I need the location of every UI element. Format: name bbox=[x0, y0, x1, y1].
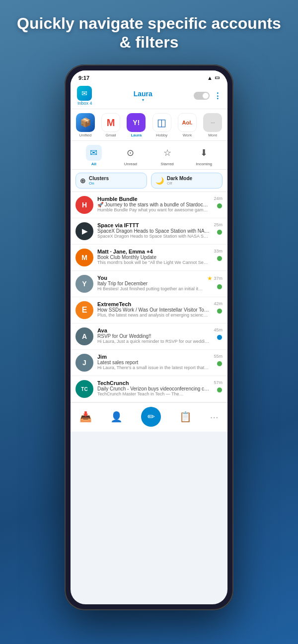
laura-icon: Y! bbox=[127, 113, 146, 132]
clusters-button[interactable]: ⊕ Clusters On bbox=[75, 173, 147, 189]
avatar-techcrunch: TC bbox=[75, 380, 93, 398]
filter-starred[interactable]: ☆ Starred bbox=[159, 145, 175, 166]
subject-matt-group: Book Club Monthly Update bbox=[97, 255, 210, 260]
tab-more-label: More bbox=[208, 133, 217, 137]
clusters-icon: ⊕ bbox=[80, 177, 86, 185]
preview-ava: Hi Laura, Just a quick reminder to RSVP … bbox=[97, 339, 210, 344]
nav-right: ⋮ bbox=[194, 91, 222, 101]
bottom-nav: 📥 👤 ✏ 📋 ··· bbox=[71, 402, 227, 432]
tab-unified[interactable]: 📦 Unified bbox=[74, 113, 97, 137]
meta-matt-group: 33m bbox=[214, 249, 223, 261]
darkmode-button[interactable]: 🌙 Dark Mode Off bbox=[151, 173, 223, 189]
time-you: 37m bbox=[214, 276, 223, 281]
battery-icon: ▭ bbox=[215, 74, 220, 81]
filter-incoming-label: Incoming bbox=[196, 162, 212, 166]
tab-unified-label: Unified bbox=[79, 133, 91, 137]
avatar-you: Y bbox=[75, 275, 93, 293]
meta-you: ★ 37m bbox=[207, 275, 223, 290]
unread-dot-ava bbox=[217, 334, 223, 340]
time-matt-group: 33m bbox=[214, 249, 223, 254]
email-list: H Humble Bundle 🚀 Journey to the stars w… bbox=[71, 192, 227, 402]
email-item-extremetech[interactable]: E ExtremeTech How SSDs Work / Was Our In… bbox=[71, 297, 227, 323]
subject-space-ifttt: SpaceX Dragon Heads to Space Station wit… bbox=[97, 228, 210, 234]
time-extremetech: 42m bbox=[214, 301, 223, 306]
sender-extremetech: ExtremeTech bbox=[97, 301, 210, 307]
avatar-extremetech: E bbox=[75, 301, 93, 319]
unread-dot-jim bbox=[217, 361, 223, 367]
unread-dot-space-ifttt bbox=[217, 229, 223, 235]
time-space-ifttt: 25m bbox=[214, 222, 223, 227]
compose-button[interactable]: ✏ bbox=[141, 407, 161, 427]
hero-title: Quickly navigate specific accounts & fil… bbox=[0, 0, 298, 62]
meta-techcrunch: 57m bbox=[214, 380, 223, 393]
avatar-ava: A bbox=[75, 327, 93, 345]
preview-jim: Hi Laura, There's a small issue in the l… bbox=[97, 365, 210, 370]
subject-extremetech: How SSDs Work / Was Our Interstellar Vis… bbox=[97, 307, 210, 313]
subject-humble-bundle: 🚀 Journey to the stars with a bundle of … bbox=[97, 202, 210, 207]
more-menu-button[interactable]: ⋮ bbox=[214, 91, 222, 101]
preview-humble-bundle: Humble Bundle Pay what you want for awes… bbox=[97, 207, 210, 212]
meta-extremetech: 42m bbox=[214, 301, 223, 314]
darkmode-sub: Off bbox=[167, 181, 192, 186]
email-content-you: You Italy Trip for December Hi Besties! … bbox=[97, 275, 203, 291]
filter-incoming-icon: ⬇ bbox=[196, 145, 212, 161]
email-item-jim[interactable]: J Jim Latest sales report Hi Laura, Ther… bbox=[71, 350, 227, 376]
email-item-ava[interactable]: A Ava RSVP for Our Wedding!! Hi Laura, J… bbox=[71, 323, 227, 350]
tab-work[interactable]: Aol. Work bbox=[175, 113, 199, 137]
unread-dot-techcrunch bbox=[217, 387, 223, 393]
sender-humble-bundle: Humble Bundle bbox=[97, 196, 210, 202]
preview-techcrunch: TechCrunch Master Teach in Tech — The… bbox=[97, 391, 210, 396]
subject-ava: RSVP for Our Wedding!! bbox=[97, 333, 210, 339]
account-name[interactable]: Laura bbox=[92, 90, 194, 98]
email-content-matt-group: Matt · Jane, Emma +4 Book Club Monthly U… bbox=[97, 249, 210, 265]
email-item-humble-bundle[interactable]: H Humble Bundle 🚀 Journey to the stars w… bbox=[71, 192, 227, 218]
filter-starred-icon: ☆ bbox=[159, 145, 175, 161]
subject-you: Italy Trip for December bbox=[97, 281, 203, 286]
account-chevron-icon[interactable]: ▾ bbox=[92, 98, 194, 102]
sender-space-ifttt: Space via IFTTT bbox=[97, 222, 210, 228]
tab-more[interactable]: ··· More bbox=[201, 113, 224, 137]
filter-bar: ✉ All ⊙ Unread ☆ Starred ⬇ Incoming bbox=[71, 141, 227, 170]
status-bar: 9:17 ▲ ▭ bbox=[71, 70, 227, 83]
nav-contacts-icon: 👤 bbox=[110, 411, 123, 423]
nav-inbox[interactable]: 📥 bbox=[79, 411, 92, 423]
work-icon: Aol. bbox=[178, 113, 197, 132]
preview-extremetech: Plus, the latest news and analysis of em… bbox=[97, 313, 210, 318]
email-item-you[interactable]: Y You Italy Trip for December Hi Besties… bbox=[71, 271, 227, 297]
filter-all[interactable]: ✉ All bbox=[86, 145, 102, 166]
darkmode-title: Dark Mode bbox=[167, 176, 192, 181]
nav-center[interactable]: Laura ▾ bbox=[92, 90, 194, 102]
email-item-techcrunch[interactable]: TC TechCrunch Daily Crunch - Verizon buy… bbox=[71, 376, 227, 402]
nav-more-icon: ··· bbox=[210, 411, 219, 423]
filter-unread[interactable]: ⊙ Unread bbox=[123, 145, 139, 166]
feature-row: ⊕ Clusters On 🌙 Dark Mode Off bbox=[71, 170, 227, 192]
darkmode-text: Dark Mode Off bbox=[167, 176, 192, 186]
time-ava: 45m bbox=[214, 327, 223, 332]
nav-compose[interactable]: ✏ bbox=[141, 407, 161, 427]
email-item-space-ifttt[interactable]: ▶ Space via IFTTT SpaceX Dragon Heads to… bbox=[71, 218, 227, 245]
unified-icon: 📦 bbox=[76, 113, 95, 132]
nav-inbox-icon: 📥 bbox=[79, 411, 92, 423]
preview-space-ifttt: SpaceX Dragon Heads to Space Station wit… bbox=[97, 234, 210, 239]
account-tabs: 📦 Unified M Gmail Y! Laura ◫ Hobby Aol. … bbox=[71, 109, 227, 141]
top-nav: ✉ Inbox 4 Laura ▾ ⋮ bbox=[71, 83, 227, 109]
tab-gmail[interactable]: M Gmail bbox=[99, 113, 122, 137]
more-icon: ··· bbox=[203, 113, 222, 132]
preview-you: Hi Besties! Just finished putting togeth… bbox=[97, 286, 203, 291]
phone-frame: 9:17 ▲ ▭ ✉ Inbox 4 Laura ▾ ⋮ 📦 bbox=[65, 64, 233, 610]
subject-techcrunch: Daily Crunch - Verizon buys videoconfere… bbox=[97, 386, 210, 391]
nav-contacts[interactable]: 👤 bbox=[110, 411, 123, 423]
phone-screen: 9:17 ▲ ▭ ✉ Inbox 4 Laura ▾ ⋮ 📦 bbox=[71, 70, 227, 604]
toggle-switch[interactable] bbox=[194, 92, 210, 100]
tab-laura[interactable]: Y! Laura bbox=[125, 113, 148, 137]
filter-all-icon: ✉ bbox=[86, 145, 102, 161]
nav-tasks[interactable]: 📋 bbox=[179, 411, 192, 423]
nav-more[interactable]: ··· bbox=[210, 411, 219, 423]
email-item-matt-group[interactable]: M Matt · Jane, Emma +4 Book Club Monthly… bbox=[71, 245, 227, 271]
status-icons: ▲ ▭ bbox=[207, 74, 220, 81]
filter-incoming[interactable]: ⬇ Incoming bbox=[196, 145, 212, 166]
hobby-icon: ◫ bbox=[152, 113, 171, 132]
meta-humble-bundle: 24m bbox=[214, 196, 223, 209]
tab-hobby[interactable]: ◫ Hobby bbox=[150, 113, 173, 137]
app-logo: ✉ bbox=[77, 86, 92, 101]
